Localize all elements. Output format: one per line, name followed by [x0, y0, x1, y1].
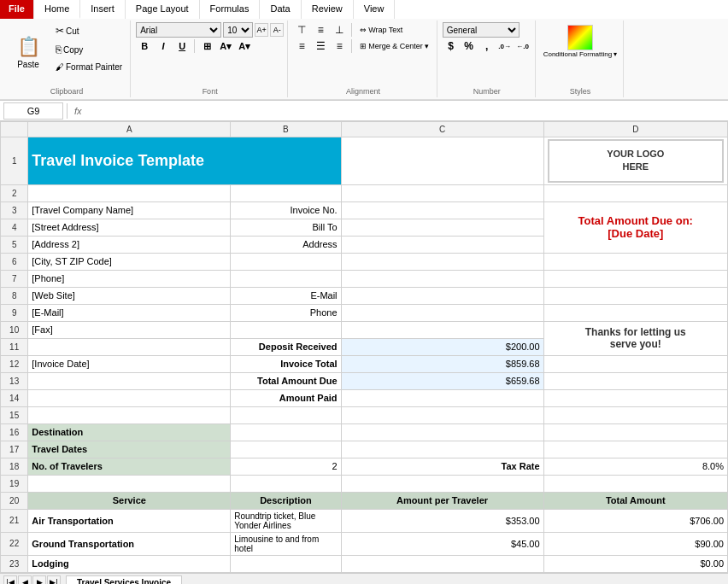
align-bottom-button[interactable]: ⊥ [331, 22, 348, 38]
currency-button[interactable]: $ [443, 38, 460, 54]
sheet-nav-first[interactable]: |◀ [3, 575, 17, 584]
row-num-16: 16 [1, 423, 28, 441]
table-row: 18 No. of Travelers 2 Tax Rate 8.0% [1, 458, 728, 475]
service1-amount-cell: $353.00 [341, 509, 543, 532]
font-group-label: Font [136, 87, 284, 96]
invoice-no-input[interactable] [341, 201, 543, 219]
amount-paid-input[interactable] [341, 389, 543, 406]
sheet-navigation: |◀ ◀ ▶ ▶| [3, 575, 61, 584]
align-right-button[interactable]: ≡ [331, 38, 348, 54]
percent-button[interactable]: % [461, 38, 478, 54]
tab-formulas[interactable]: Formulas [200, 0, 261, 19]
address2-cell: [Address 2] [28, 236, 231, 253]
row10-c [341, 321, 543, 338]
decrease-decimal-button[interactable]: ←.0 [514, 38, 531, 54]
sheet-tab-travel-services[interactable]: Travel Services Invoice [66, 575, 182, 584]
logo-cell: YOUR LOGO HERE [543, 137, 727, 185]
destination-label-cell: Destination [28, 423, 231, 441]
tab-insert[interactable]: Insert [80, 0, 126, 19]
address-input[interactable] [341, 236, 543, 253]
tax-rate-value-cell[interactable]: 8.0% [543, 458, 727, 475]
sheet-nav-next[interactable]: ▶ [32, 575, 46, 584]
number-format-select[interactable]: General [443, 22, 520, 38]
paste-button[interactable]: 📋 Paste [7, 27, 50, 79]
service3-cell: Lodging [28, 555, 231, 572]
destination-input[interactable] [231, 423, 341, 441]
cell-reference-input[interactable]: G9 [3, 102, 63, 120]
font-family-select[interactable]: Arial [136, 22, 221, 38]
increase-decimal-button[interactable]: .0→ [496, 38, 514, 54]
table-row: 17 Travel Dates [1, 441, 728, 458]
tab-data[interactable]: Data [260, 0, 301, 19]
street-address-cell: [Street Address] [28, 219, 231, 236]
col-header-row-num [1, 122, 28, 137]
bill-to-input[interactable] [341, 219, 543, 236]
num-travelers-value-cell[interactable]: 2 [231, 458, 341, 475]
col-header-a[interactable]: A [28, 122, 231, 137]
spreadsheet: A B C D 1 Travel Invoice Template YOUR L… [0, 121, 728, 573]
ribbon-home-content: 📋 Paste ✂ Cut ⎘ Copy 🖌 [0, 19, 728, 100]
formula-input[interactable] [89, 102, 725, 120]
tab-review[interactable]: Review [302, 0, 354, 19]
row13-d [543, 372, 727, 389]
col-header-c[interactable]: C [341, 122, 543, 137]
font-size-select[interactable]: 10 [223, 22, 253, 38]
underline-button[interactable]: U [173, 38, 191, 54]
thanks-cell: Thanks for letting us serve you! [543, 321, 727, 355]
align-middle-button[interactable]: ≡ [312, 22, 329, 38]
borders-button[interactable]: ⊞ [198, 38, 215, 54]
thanks-text: Thanks for letting us serve you! [548, 326, 724, 350]
service3-desc-cell [231, 555, 341, 572]
wrap-text-button[interactable]: ⇔ Wrap Text [355, 23, 407, 37]
tab-home[interactable]: Home [34, 0, 80, 19]
fax-cell: [Fax] [28, 321, 231, 338]
col-header-b[interactable]: B [231, 122, 341, 137]
table-row: 15 [1, 406, 728, 423]
conditional-formatting-button[interactable]: Conditional Formatting ▾ [541, 22, 620, 61]
decrease-font-size-button[interactable]: A- [270, 23, 284, 37]
address2-input[interactable] [341, 253, 543, 270]
sheet-nav-prev[interactable]: ◀ [18, 575, 32, 584]
table-row: 16 Destination [1, 423, 728, 441]
service2-cell: Ground Transportation [28, 532, 231, 555]
font-color-button[interactable]: A▾ [236, 38, 253, 54]
logo-box: YOUR LOGO HERE [548, 139, 724, 183]
phone-input[interactable] [341, 304, 543, 321]
row8-d [543, 287, 727, 304]
service1-total-cell: $706.00 [543, 509, 727, 532]
styles-group: Conditional Formatting ▾ Styles [537, 20, 625, 97]
row2-c [341, 184, 543, 201]
clipboard-label: Clipboard [7, 87, 126, 96]
row15-c [341, 406, 543, 423]
row19-b [231, 475, 341, 492]
col-header-d[interactable]: D [543, 122, 727, 137]
format-painter-button[interactable]: 🖌 Format Painter [51, 60, 126, 74]
row-num-10: 10 [1, 321, 28, 338]
fill-color-button[interactable]: A▾ [217, 38, 234, 54]
row-num-8: 8 [1, 287, 28, 304]
bill-to-label-cell: Bill To [231, 219, 341, 236]
tab-file[interactable]: File [0, 0, 34, 19]
row-num-9: 9 [1, 304, 28, 321]
cut-button[interactable]: ✂ Cut [51, 22, 126, 39]
total-amount-col-header: Total Amount [543, 492, 727, 509]
merge-center-button[interactable]: ⊞ Merge & Center ▾ [355, 39, 433, 53]
align-top-button[interactable]: ⊤ [293, 22, 310, 38]
travel-dates-input[interactable] [231, 441, 341, 458]
alignment-label: Alignment [293, 87, 433, 96]
tab-view[interactable]: View [354, 0, 396, 19]
row14-d [543, 389, 727, 406]
tab-page-layout[interactable]: Page Layout [126, 0, 200, 19]
sheet-nav-last[interactable]: ▶| [47, 575, 61, 584]
email-input[interactable] [341, 287, 543, 304]
copy-button[interactable]: ⎘ Copy [51, 41, 126, 58]
row-num-14: 14 [1, 389, 28, 406]
italic-button[interactable]: I [155, 38, 172, 54]
align-left-button[interactable]: ≡ [293, 38, 310, 54]
city-state-input[interactable] [341, 270, 543, 287]
align-center-button[interactable]: ☰ [312, 38, 329, 54]
bold-button[interactable]: B [136, 38, 153, 54]
row2-b [231, 184, 341, 201]
comma-button[interactable]: , [478, 38, 496, 54]
increase-font-size-button[interactable]: A+ [255, 23, 268, 37]
